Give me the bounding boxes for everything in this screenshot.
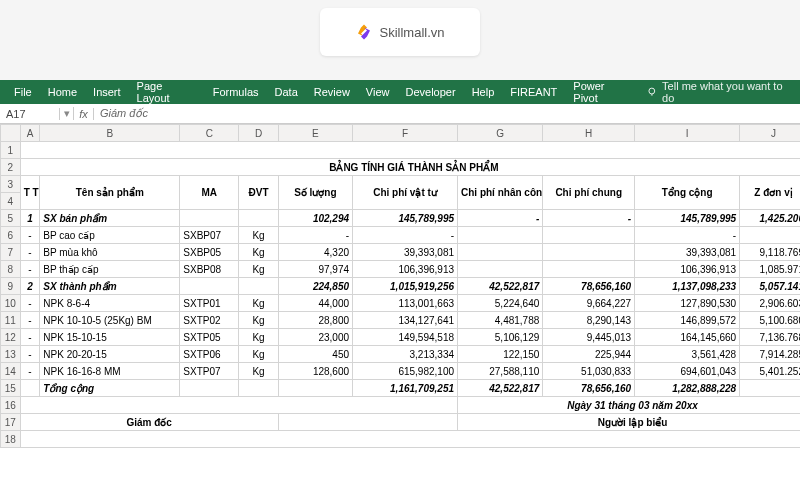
- cell-ma[interactable]: SXTP06: [180, 346, 239, 363]
- row-header[interactable]: 11: [1, 312, 21, 329]
- cell-nc[interactable]: 5,224,640: [458, 295, 543, 312]
- cell-tt[interactable]: [20, 380, 40, 397]
- cell-tong[interactable]: 694,601,043: [635, 363, 740, 380]
- cell-tt[interactable]: -: [20, 244, 40, 261]
- cell-sl[interactable]: 102,294: [278, 210, 352, 227]
- cell-chung[interactable]: 78,656,160: [543, 278, 635, 295]
- col-header[interactable]: I: [635, 125, 740, 142]
- row-header[interactable]: 6: [1, 227, 21, 244]
- cell-vt[interactable]: 113,001,663: [353, 295, 458, 312]
- row-header[interactable]: 7: [1, 244, 21, 261]
- cell-ten[interactable]: BP mùa khô: [40, 244, 180, 261]
- cell-dvt[interactable]: [239, 278, 278, 295]
- cell-ma[interactable]: SXTP01: [180, 295, 239, 312]
- cell-nc[interactable]: 122,150: [458, 346, 543, 363]
- ribbon-tab-file[interactable]: File: [6, 86, 40, 98]
- ribbon-tab-formulas[interactable]: Formulas: [205, 86, 267, 98]
- cell-nc[interactable]: 4,481,788: [458, 312, 543, 329]
- cell-sl[interactable]: 28,800: [278, 312, 352, 329]
- cell-ten[interactable]: NPK 20-20-15: [40, 346, 180, 363]
- cell-vt[interactable]: 3,213,334: [353, 346, 458, 363]
- cell-vt[interactable]: -: [353, 227, 458, 244]
- cell-tt[interactable]: -: [20, 329, 40, 346]
- cell-sl[interactable]: 224,850: [278, 278, 352, 295]
- cell-tt[interactable]: -: [20, 295, 40, 312]
- cell-ma[interactable]: [180, 380, 239, 397]
- cell-zdv[interactable]: 5,057.141: [740, 278, 800, 295]
- ribbon-tab-insert[interactable]: Insert: [85, 86, 129, 98]
- row-header[interactable]: 9: [1, 278, 21, 295]
- cell-tt[interactable]: -: [20, 363, 40, 380]
- cell-tt[interactable]: 2: [20, 278, 40, 295]
- col-header[interactable]: E: [278, 125, 352, 142]
- col-header[interactable]: A: [20, 125, 40, 142]
- cell-zdv[interactable]: 1,085.971: [740, 261, 800, 278]
- cell-sl[interactable]: 4,320: [278, 244, 352, 261]
- cell-dvt[interactable]: Kg: [239, 346, 278, 363]
- cell-tt[interactable]: 1: [20, 210, 40, 227]
- cell-chung[interactable]: 9,445,013: [543, 329, 635, 346]
- col-header[interactable]: F: [353, 125, 458, 142]
- cell-ma[interactable]: SXTP07: [180, 363, 239, 380]
- cell-tong[interactable]: 146,899,572: [635, 312, 740, 329]
- cell-chung[interactable]: [543, 261, 635, 278]
- cell-dvt[interactable]: [239, 380, 278, 397]
- cell-nc[interactable]: 42,522,817: [458, 278, 543, 295]
- cell-dvt[interactable]: [239, 210, 278, 227]
- cell-tong[interactable]: 1,282,888,228: [635, 380, 740, 397]
- spreadsheet-grid[interactable]: ABCDEFGHIJ 12BẢNG TÍNH GIÁ THÀNH SẢN PHẨ…: [0, 124, 800, 448]
- cell-nc[interactable]: [458, 261, 543, 278]
- name-box-dropdown-icon[interactable]: ▾: [60, 107, 74, 120]
- cell-tt[interactable]: -: [20, 312, 40, 329]
- cell-ten[interactable]: NPK 8-6-4: [40, 295, 180, 312]
- column-headers[interactable]: ABCDEFGHIJ: [1, 125, 801, 142]
- cell-chung[interactable]: [543, 244, 635, 261]
- cell-zdv[interactable]: 1,425.206: [740, 210, 800, 227]
- row-header[interactable]: 3: [1, 176, 21, 193]
- cell-ten[interactable]: NPK 10-10-5 (25Kg) BM: [40, 312, 180, 329]
- cell-vt[interactable]: 615,982,100: [353, 363, 458, 380]
- col-header[interactable]: G: [458, 125, 543, 142]
- col-header[interactable]: J: [740, 125, 800, 142]
- ribbon-tab-fireant[interactable]: FIREANT: [502, 86, 565, 98]
- cell-chung[interactable]: -: [543, 210, 635, 227]
- cell-tong[interactable]: -: [635, 227, 740, 244]
- cell-dvt[interactable]: Kg: [239, 261, 278, 278]
- cell-tong[interactable]: 1,137,098,233: [635, 278, 740, 295]
- cell-tong[interactable]: 39,393,081: [635, 244, 740, 261]
- cell-chung[interactable]: 78,656,160: [543, 380, 635, 397]
- cell-nc[interactable]: -: [458, 210, 543, 227]
- row-header[interactable]: 16: [1, 397, 21, 414]
- cell-ma[interactable]: [180, 210, 239, 227]
- fx-label[interactable]: fx: [74, 108, 94, 120]
- director-box[interactable]: Giám đốc: [20, 414, 278, 431]
- cell-nc[interactable]: [458, 227, 543, 244]
- col-header[interactable]: D: [239, 125, 278, 142]
- col-header[interactable]: H: [543, 125, 635, 142]
- cell-ten[interactable]: Tổng cộng: [40, 380, 180, 397]
- cell-zdv[interactable]: 9,118.769: [740, 244, 800, 261]
- ribbon-tab-review[interactable]: Review: [306, 86, 358, 98]
- cell-sl[interactable]: 44,000: [278, 295, 352, 312]
- cell-zdv[interactable]: 5,100.680: [740, 312, 800, 329]
- row-header[interactable]: 5: [1, 210, 21, 227]
- cell-tong[interactable]: 127,890,530: [635, 295, 740, 312]
- cell-dvt[interactable]: Kg: [239, 295, 278, 312]
- name-box[interactable]: A17: [0, 108, 60, 120]
- cell-ten[interactable]: SX bán phẩm: [40, 210, 180, 227]
- cell-ten[interactable]: BP cao cấp: [40, 227, 180, 244]
- cell-chung[interactable]: 225,944: [543, 346, 635, 363]
- ribbon-tab-data[interactable]: Data: [267, 86, 306, 98]
- cell-ten[interactable]: NPK 15-10-15: [40, 329, 180, 346]
- row-header[interactable]: 8: [1, 261, 21, 278]
- cell-vt[interactable]: 145,789,995: [353, 210, 458, 227]
- cell-tt[interactable]: -: [20, 346, 40, 363]
- cell-vt[interactable]: 134,127,641: [353, 312, 458, 329]
- ribbon-tab-view[interactable]: View: [358, 86, 398, 98]
- cell-chung[interactable]: 9,664,227: [543, 295, 635, 312]
- cell-ten[interactable]: NPK 16-16-8 MM: [40, 363, 180, 380]
- cell-dvt[interactable]: Kg: [239, 363, 278, 380]
- cell-sl[interactable]: 97,974: [278, 261, 352, 278]
- cell-zdv[interactable]: 5,401.252: [740, 363, 800, 380]
- cell-ten[interactable]: SX thành phẩm: [40, 278, 180, 295]
